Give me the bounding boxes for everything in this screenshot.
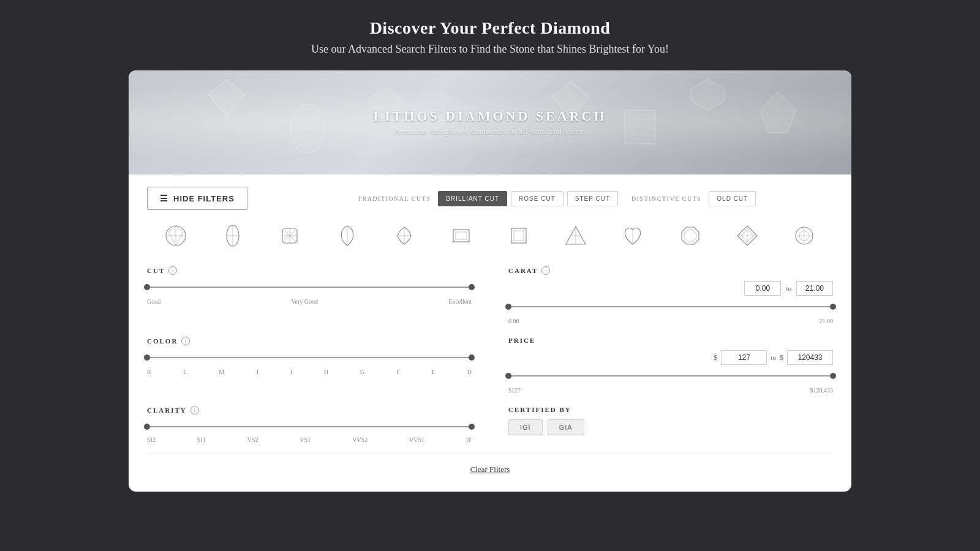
carat-filter: CARAT i to 0.00 21.00 — [508, 266, 833, 324]
diamond-icon-pear[interactable] — [334, 222, 361, 249]
clarity-slider-thumb-right[interactable] — [469, 424, 475, 430]
diamond-icon-octagon[interactable] — [677, 222, 704, 249]
diamond-icon-marquise[interactable] — [391, 222, 418, 249]
banner-title: LITHOS DIAMOND SEARCH — [373, 108, 606, 124]
clear-filters-row: Clear Filters — [147, 453, 833, 479]
clear-filters-link[interactable]: Clear Filters — [470, 465, 510, 474]
carat-slider-thumb-right[interactable] — [830, 304, 836, 310]
page-title: Discover Your Perfect Diamond — [311, 18, 669, 38]
carat-to-text: to — [786, 285, 791, 292]
hide-filters-button[interactable]: ☰ HIDE FILTERS — [147, 187, 247, 210]
clarity-filter: CLARITY i SI2 SI1 VS2 VS1 VVS2 VVS1 IF — [147, 406, 472, 443]
price-filter: PRICE $ to $ $127 $120,433 — [508, 337, 833, 394]
banner-subtitle: Premium lab grown diamonds in all cuts a… — [373, 127, 606, 137]
price-max-val: $120,433 — [810, 387, 834, 394]
main-card: LITHOS DIAMOND SEARCH Premium lab grown … — [129, 70, 851, 492]
hide-filters-label: HIDE FILTERS — [173, 194, 235, 203]
diamond-icon-round[interactable] — [162, 222, 189, 249]
carat-slider-thumb-left[interactable] — [505, 304, 511, 310]
clarity-labels: SI2 SI1 VS2 VS1 VVS2 VVS1 IF — [147, 437, 472, 443]
step-cut-button[interactable]: STEP CUT — [567, 191, 618, 206]
price-label: PRICE — [508, 337, 535, 344]
igi-button[interactable]: IGI — [508, 419, 543, 435]
svg-rect-47 — [514, 231, 524, 241]
certified-by-filter: CERTIFIED BY IGI GIA — [508, 406, 833, 443]
color-labels: K L M J I H G F E D — [147, 369, 472, 375]
diamond-icon-radiant[interactable] — [734, 222, 761, 249]
carat-label: CARAT — [508, 267, 538, 274]
clarity-slider[interactable] — [147, 421, 472, 433]
carat-min-input[interactable] — [744, 281, 781, 296]
banner: LITHOS DIAMOND SEARCH Premium lab grown … — [129, 70, 851, 174]
gia-button[interactable]: GIA — [548, 419, 584, 435]
certified-buttons: IGI GIA — [508, 419, 833, 435]
diamond-icons-row — [147, 220, 833, 252]
price-min-input[interactable] — [721, 350, 767, 365]
filter-bars-icon: ☰ — [160, 193, 168, 203]
price-max-input[interactable] — [787, 350, 833, 365]
price-slider-thumb-left[interactable] — [505, 373, 511, 379]
old-cut-button[interactable]: OLD CUT — [709, 191, 756, 206]
price-slider[interactable] — [508, 370, 833, 382]
color-info-icon[interactable]: i — [181, 337, 190, 345]
filters-section: ☰ HIDE FILTERS TRADITIONAL CUTS BRILLIAN… — [129, 174, 851, 492]
carat-min-val: 0.00 — [508, 318, 519, 324]
carat-slider[interactable] — [508, 301, 833, 313]
clarity-label: CLARITY — [147, 407, 187, 414]
cut-mid-label: Very Good — [291, 298, 318, 305]
diamond-icon-princess[interactable] — [505, 222, 532, 249]
diamond-icon-cushion[interactable] — [276, 222, 303, 249]
svg-rect-41 — [456, 232, 467, 239]
rose-cut-button[interactable]: ROSE CUT — [511, 191, 564, 206]
carat-max-input[interactable] — [796, 281, 833, 296]
filter-top-row: ☰ HIDE FILTERS TRADITIONAL CUTS BRILLIAN… — [147, 187, 833, 210]
brilliant-cut-button[interactable]: BRILLIANT CUT — [438, 191, 507, 206]
clarity-info-icon[interactable]: i — [190, 406, 199, 414]
carat-inputs: to — [508, 281, 833, 296]
filters-grid: CUT i Good Very Good Excellent — [147, 266, 833, 443]
cut-label: CUT — [147, 267, 165, 274]
diamond-icon-heart[interactable] — [619, 222, 646, 249]
cut-min-label: Good — [147, 298, 160, 305]
cut-max-label: Excellent — [448, 298, 472, 305]
diamond-icon-emerald[interactable] — [448, 222, 475, 249]
page-subtitle: Use our Advanced Search Filters to Find … — [311, 43, 669, 56]
traditional-cuts-label: TRADITIONAL CUTS — [358, 195, 431, 202]
clarity-slider-thumb-left[interactable] — [144, 424, 150, 430]
color-filter: COLOR i K L M J I H G F — [147, 337, 472, 394]
color-label: COLOR — [147, 337, 178, 345]
cut-info-icon[interactable]: i — [168, 266, 177, 275]
banner-text: LITHOS DIAMOND SEARCH Premium lab grown … — [373, 108, 606, 137]
distinctive-cuts-label: DISTINCTIVE CUTS — [631, 195, 701, 202]
page-header: Discover Your Perfect Diamond Use our Ad… — [311, 18, 669, 56]
carat-info-icon[interactable]: i — [541, 266, 550, 275]
color-slider-thumb-right[interactable] — [469, 354, 475, 361]
color-slider[interactable] — [147, 351, 472, 364]
price-min-val: $127 — [508, 387, 521, 394]
cut-tabs-group: TRADITIONAL CUTS BRILLIANT CUT ROSE CUT … — [358, 191, 756, 206]
diamond-icon-triangle[interactable] — [562, 222, 589, 249]
cut-slider-thumb-left[interactable] — [144, 284, 150, 290]
carat-max-val: 21.00 — [820, 318, 834, 324]
color-slider-thumb-left[interactable] — [144, 354, 150, 361]
price-to-text: to — [771, 354, 776, 361]
cut-slider[interactable] — [147, 281, 472, 293]
cut-slider-thumb-right[interactable] — [469, 284, 475, 290]
certified-by-label: CERTIFIED BY — [508, 406, 571, 413]
svg-marker-57 — [684, 230, 696, 242]
price-inputs: $ to $ — [508, 350, 833, 365]
diamond-icon-oval[interactable] — [219, 222, 246, 249]
cut-filter: CUT i Good Very Good Excellent — [147, 266, 472, 324]
price-slider-thumb-right[interactable] — [830, 373, 836, 379]
diamond-icon-round2[interactable] — [791, 222, 818, 249]
